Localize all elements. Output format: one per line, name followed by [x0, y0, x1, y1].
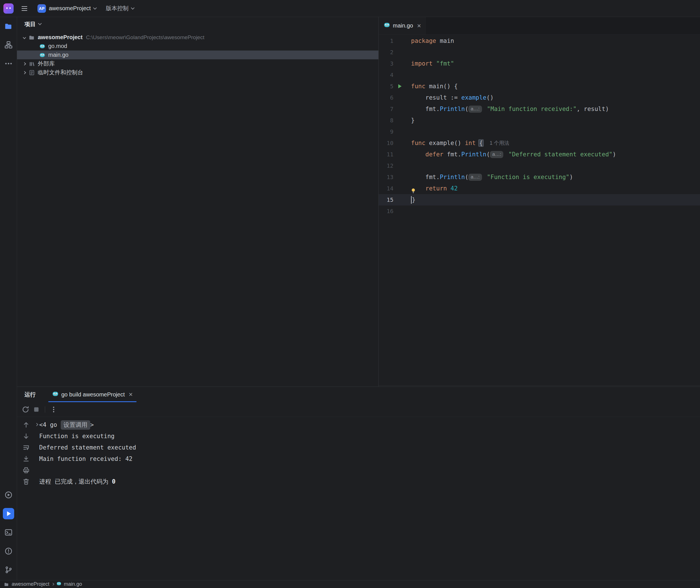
line-number: 14: [379, 185, 393, 192]
main-menu-icon[interactable]: [19, 3, 30, 14]
tree-item-外部库[interactable]: 外部库: [17, 59, 378, 68]
fold-chevron-icon[interactable]: [35, 423, 38, 426]
project-widget[interactable]: AP awesomeProject: [35, 3, 98, 14]
code-line-10[interactable]: 10func example() int {1 个用法: [379, 137, 700, 149]
run-panel-header: 运行 go build awesomeProject ×: [17, 387, 700, 402]
code-line-16[interactable]: 16: [379, 205, 700, 217]
code-line-1[interactable]: 1package main: [379, 35, 700, 47]
chevron-down-icon[interactable]: [23, 36, 26, 39]
intention-bulb-icon[interactable]: [410, 187, 417, 196]
code-area[interactable]: 1package main23import "fmt"45func main()…: [379, 35, 700, 385]
app-logo-icon[interactable]: [3, 3, 14, 14]
more-options-icon[interactable]: [49, 404, 59, 415]
vcs-widget[interactable]: 版本控制: [104, 3, 136, 14]
code-line-12[interactable]: 12: [379, 160, 700, 171]
code-text: result := example(): [406, 94, 494, 101]
code-line-2[interactable]: 2: [379, 47, 700, 58]
folder-icon: [28, 34, 35, 41]
line-number: 12: [379, 162, 393, 169]
version-control-icon[interactable]: [3, 564, 14, 576]
structure-icon[interactable]: [3, 39, 14, 51]
code-text: }: [406, 117, 415, 124]
terminal-icon[interactable]: [3, 527, 14, 538]
param-hint-chip: a…:: [468, 174, 482, 181]
console-line: 进程 已完成，退出代码为 0: [39, 476, 136, 487]
code-line-4[interactable]: 4: [379, 69, 700, 81]
tree-item-awesomeProject[interactable]: awesomeProjectC:\Users\meowr\GolandProje…: [17, 33, 378, 42]
console-line: [39, 465, 136, 476]
code-text: func example() int {1 个用法: [406, 139, 509, 147]
library-icon: [28, 61, 35, 67]
services-icon[interactable]: [3, 489, 14, 501]
code-line-14[interactable]: 14 return 42: [379, 183, 700, 194]
breadcrumb-file[interactable]: main.go: [64, 581, 82, 587]
go-icon: [39, 52, 46, 58]
go-gopher-icon: [56, 581, 61, 587]
close-icon[interactable]: ×: [417, 22, 421, 29]
tree-item-main.go[interactable]: main.go: [17, 51, 378, 59]
run-icon[interactable]: [3, 508, 14, 519]
stop-icon[interactable]: [31, 404, 41, 415]
run-tab-go-build[interactable]: go build awesomeProject ×: [48, 387, 137, 402]
line-number: 8: [379, 117, 393, 124]
close-icon[interactable]: ×: [129, 391, 133, 398]
goland-window: AP awesomeProject 版本控制: [0, 0, 700, 588]
tree-item-label: 外部库: [38, 60, 55, 68]
code-line-13[interactable]: 13 fmt.Println(a…: "Function is executin…: [379, 171, 700, 183]
project-name: awesomeProject: [49, 5, 91, 12]
code-line-6[interactable]: 6 result := example(): [379, 92, 700, 103]
code-text: return 42: [406, 185, 458, 192]
line-number: 11: [379, 151, 393, 158]
exit-code-value: 0: [112, 478, 116, 485]
tree-item-label: main.go: [48, 52, 68, 58]
problems-icon[interactable]: [3, 545, 14, 557]
line-number: 16: [379, 208, 393, 215]
chevron-right-icon[interactable]: [23, 71, 26, 74]
rerun-icon[interactable]: [20, 404, 31, 415]
tab-main-go[interactable]: main.go ×: [379, 17, 426, 34]
more-tools-icon[interactable]: [3, 58, 14, 69]
console-line: Deferred statement executed: [39, 442, 136, 453]
console-line: Main function received: 42: [39, 453, 136, 465]
project-avatar: AP: [37, 4, 46, 13]
code-line-9[interactable]: 9: [379, 126, 700, 137]
code-text: }: [406, 196, 416, 204]
code-line-3[interactable]: 3import "fmt": [379, 58, 700, 69]
code-line-11[interactable]: 11 defer fmt.Println(a…: "Deferred state…: [379, 149, 700, 160]
code-line-5[interactable]: 5func main() {: [379, 81, 700, 92]
scroll-to-end-icon[interactable]: [17, 453, 35, 465]
chevron-right-icon[interactable]: [23, 62, 26, 65]
usages-inlay: 1 个用法: [490, 140, 509, 146]
param-hint-chip: a…:: [490, 151, 503, 158]
console-line: Function is executing: [39, 431, 136, 442]
up-the-stack-trace-icon[interactable]: [17, 419, 35, 431]
scratch-icon: [28, 70, 35, 76]
chevron-down-icon: [38, 22, 42, 25]
code-line-15[interactable]: 15}: [379, 194, 700, 205]
status-bar: awesomeProject main.go: [0, 580, 700, 588]
code-text: fmt.Println(a…: "Function is executing"): [406, 174, 573, 181]
line-number: 2: [379, 49, 393, 56]
code-line-7[interactable]: 7 fmt.Println(a…: "Main function receive…: [379, 103, 700, 115]
line-number: 4: [379, 72, 393, 78]
code-line-8[interactable]: 8}: [379, 115, 700, 126]
breadcrumb-project[interactable]: awesomeProject: [12, 581, 49, 587]
clear-all-icon[interactable]: [17, 476, 35, 487]
tree-item-临时文件和控制台[interactable]: 临时文件和控制台: [17, 68, 378, 77]
line-number: 9: [379, 128, 393, 135]
run-gutter-icon[interactable]: [393, 83, 406, 89]
tree-item-label: 临时文件和控制台: [38, 69, 83, 76]
chevron-down-icon: [131, 6, 135, 10]
project-panel-header[interactable]: 项目: [17, 17, 378, 31]
project-folder-icon[interactable]: [3, 20, 14, 32]
soft-wrap-icon[interactable]: [17, 442, 35, 453]
code-text: package main: [406, 37, 454, 44]
titlebar: AP awesomeProject 版本控制: [0, 0, 700, 17]
project-panel: 项目 awesomeProjectC:\Users\meowr\GolandPr…: [17, 17, 379, 387]
down-the-stack-trace-icon[interactable]: [17, 431, 35, 442]
run-console: <4 go 设置调用>Function is executingDeferred…: [17, 417, 700, 580]
print-icon[interactable]: [17, 465, 35, 476]
console-inlay-chip[interactable]: 设置调用: [61, 420, 90, 430]
tree-item-go.mod[interactable]: go.mod: [17, 42, 378, 51]
console-output[interactable]: <4 go 设置调用>Function is executingDeferred…: [35, 417, 136, 580]
